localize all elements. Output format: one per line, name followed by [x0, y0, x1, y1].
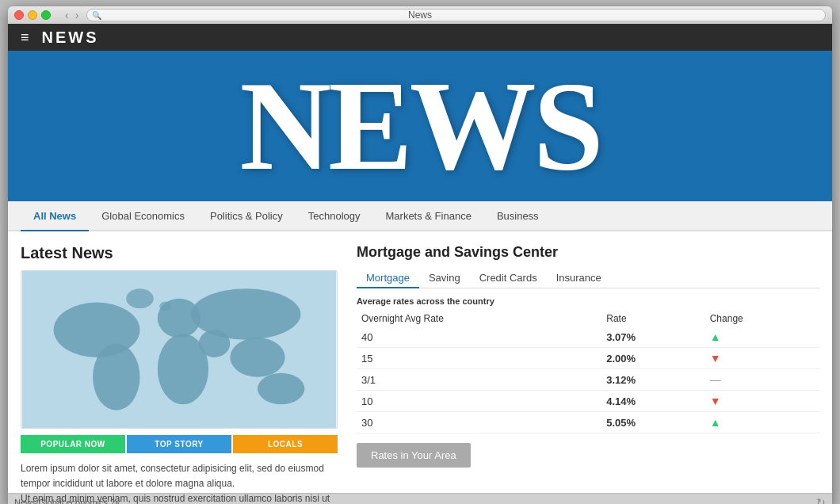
minimize-button[interactable] — [28, 10, 37, 20]
arrow-down-icon: ▼ — [710, 352, 721, 365]
status-text: News/Global economics.?« — [14, 498, 120, 505]
term-cell: 40 — [357, 326, 601, 348]
table-row: 40 3.07% ▲ — [357, 326, 819, 348]
address-bar[interactable]: 🔍 — [86, 9, 826, 21]
tab-all-news[interactable]: All News — [21, 201, 89, 231]
svg-point-8 — [258, 373, 304, 405]
tab-mortgage[interactable]: Mortgage — [357, 269, 419, 288]
svg-point-2 — [93, 344, 139, 410]
maximize-button[interactable] — [41, 10, 51, 20]
hero-text: NEWS — [239, 63, 600, 189]
avg-rates-label: Average rates across the country — [357, 296, 819, 306]
refresh-icon[interactable]: ↻ — [816, 496, 826, 505]
forward-button[interactable]: › — [74, 9, 81, 21]
left-column: Latest News — [21, 244, 338, 493]
rates-table: Overnight Avg Rate Rate Change 40 3.07% … — [357, 311, 819, 433]
popular-now-tag[interactable]: POPULAR NOW — [21, 435, 125, 453]
hamburger-icon[interactable]: ≡ — [21, 29, 29, 46]
term-cell: 30 — [357, 412, 601, 433]
svg-point-7 — [230, 338, 284, 377]
mortgage-tabs: Mortgage Saving Credit Cards Insurance — [357, 269, 819, 288]
change-cell: — — [705, 369, 819, 391]
rate-cell: 2.00% — [601, 348, 704, 369]
svg-point-9 — [126, 288, 154, 308]
tab-global-economics[interactable]: Global Economics — [89, 201, 197, 231]
rate-cell: 5.05% — [601, 412, 704, 433]
change-cell: ▼ — [705, 391, 819, 412]
latest-news-title: Latest News — [21, 244, 338, 262]
tab-technology[interactable]: Technology — [296, 201, 373, 231]
close-button[interactable] — [14, 10, 24, 20]
browser-window: ‹ › 🔍 News ≡ NEWS NEWS All News Global E… — [8, 6, 832, 504]
table-row: 30 5.05% ▲ — [357, 412, 819, 433]
hero-banner: NEWS — [8, 51, 832, 201]
arrow-down-icon: ▼ — [710, 395, 721, 407]
rates-in-area-button[interactable]: Rates in Your Area — [357, 443, 471, 468]
rate-cell: 4.14% — [601, 391, 704, 412]
term-cell: 10 — [357, 391, 601, 412]
tab-markets-finance[interactable]: Markets & Finance — [373, 201, 484, 231]
svg-point-6 — [199, 330, 231, 357]
search-icon: 🔍 — [92, 11, 101, 20]
change-cell: ▼ — [705, 348, 819, 369]
tag-buttons: POPULAR NOW TOP STORY LOCALS — [21, 435, 338, 453]
top-story-tag[interactable]: TOP STORY — [127, 435, 231, 453]
rate-cell: 3.07% — [601, 326, 704, 348]
tab-business[interactable]: Business — [484, 201, 552, 231]
svg-point-10 — [159, 302, 171, 311]
menu-bar: ≡ NEWS — [8, 24, 832, 51]
tab-credit-cards[interactable]: Credit Cards — [470, 269, 547, 288]
rate-cell: 3.12% — [601, 369, 704, 391]
mortgage-center-title: Mortgage and Savings Center — [357, 244, 819, 261]
traffic-lights — [14, 10, 51, 20]
table-row: 3/1 3.12% — — [357, 369, 819, 391]
tab-saving[interactable]: Saving — [419, 269, 470, 288]
change-cell: ▲ — [705, 412, 819, 433]
right-column: Mortgage and Savings Center Mortgage Sav… — [357, 244, 819, 493]
arrow-neutral-icon: — — [710, 373, 721, 386]
site-title: NEWS — [42, 29, 99, 47]
term-cell: 3/1 — [357, 369, 601, 391]
col-term: Overnight Avg Rate — [357, 311, 601, 326]
col-rate: Rate — [601, 311, 704, 326]
nav-controls: ‹ › — [63, 9, 80, 21]
window-title: News — [408, 10, 432, 21]
change-cell: ▲ — [705, 326, 819, 348]
table-row: 15 2.00% ▼ — [357, 348, 819, 369]
title-bar: ‹ › 🔍 News — [8, 6, 832, 24]
main-content: Latest News — [8, 231, 832, 493]
locals-tag[interactable]: LOCALS — [233, 435, 338, 453]
world-map — [21, 270, 338, 429]
tab-insurance[interactable]: Insurance — [547, 269, 611, 288]
term-cell: 15 — [357, 348, 601, 369]
table-row: 10 4.14% ▼ — [357, 391, 819, 412]
nav-tabs: All News Global Economics Politics & Pol… — [8, 201, 832, 231]
back-button[interactable]: ‹ — [63, 9, 71, 21]
col-change: Change — [705, 311, 819, 326]
arrow-up-icon: ▲ — [710, 330, 721, 343]
arrow-up-icon: ▲ — [710, 416, 721, 429]
tab-politics-policy[interactable]: Politics & Policy — [197, 201, 296, 231]
